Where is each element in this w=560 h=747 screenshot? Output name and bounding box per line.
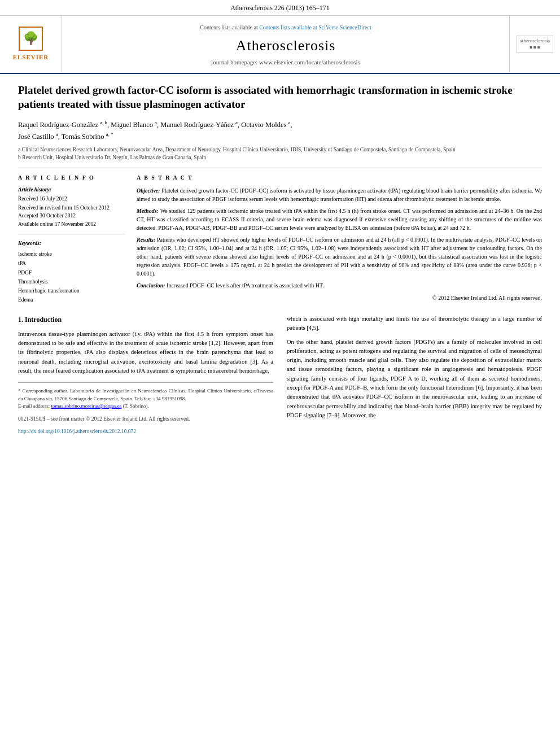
atherosclerosis-logo-icon: atherosclerosis ■ ■ ■ [517,36,553,53]
doi-link[interactable]: http://dx.doi.org/10.1016/j.atherosclero… [18,429,136,434]
email-link[interactable]: tomas.sobrino.moreiras@sergas.es [51,403,121,409]
introduction-columns: 1. Introduction Intravenous tissue-type … [18,314,542,435]
footnote-star: * Corresponding author. Laboratorio de I… [18,387,273,403]
journal-right-logo: atherosclerosis ■ ■ ■ [509,16,560,73]
journal-url: journal homepage: www.elsevier.com/locat… [211,58,360,67]
copyright-line: © 2012 Elsevier Ireland Ltd. All rights … [137,294,542,302]
info-divider [18,234,125,234]
abstract-conclusion: Conclusion: Increased PDGF–CC levels aft… [137,281,542,290]
author-list: Raquel Rodríguez-González a, b, Miguel B… [18,121,292,141]
keywords-label: Keywords: [18,240,125,247]
keyword-3: PDGF [18,268,125,277]
keyword-5: Hemorrhagic transformation [18,286,125,295]
results-text: Patients who developed HT showed only hi… [137,237,542,277]
received-date: Received 16 July 2012 [18,195,125,203]
journal-reference: Atherosclerosis 226 (2013) 165–171 [230,4,330,12]
sciverse-link[interactable]: Contents lists available at SciVerse Sci… [259,24,371,30]
section-title-text: Introduction [25,316,62,324]
affiliation-a: a Clinical Neurosciences Research Labora… [18,146,542,154]
issn-text: 0021-9150/$ – see front matter © 2012 El… [18,416,190,422]
body-section: 1. Introduction Intravenous tissue-type … [18,314,542,435]
contents-note: Contents lists available at Contents lis… [200,21,371,33]
abstract-body: Objective: Platelet derived growth facto… [137,186,542,302]
body-col-left: 1. Introduction Intravenous tissue-type … [18,314,273,435]
available-date: Available online 17 November 2012 [18,220,125,228]
affiliation-b: b Research Unit, Hospital Universitario … [18,154,542,161]
accepted-date: Accepted 30 October 2012 [18,212,125,220]
footnotes: * Corresponding author. Laboratorio de I… [18,382,273,435]
authors-line: Raquel Rodríguez-González a, b, Miguel B… [18,119,542,142]
methods-text: We studied 129 patients with ischemic st… [137,208,542,231]
doi-line: http://dx.doi.org/10.1016/j.atherosclero… [18,427,273,435]
intro-para-2: which is associated with high mortality … [287,314,542,333]
journal-center: Contents lists available at Contents lis… [62,16,509,73]
elsevier-logo: 🌳 ELSEVIER [0,16,62,73]
results-label: Results: [137,237,155,243]
abstract-methods: Methods: We studied 129 patients with is… [137,207,542,232]
journal-header: 🌳 ELSEVIER Contents lists available at C… [0,16,560,74]
article-history: Article history: Received 16 July 2012 R… [18,186,125,228]
objective-label: Objective: [137,187,160,194]
abstract-header: A B S T R A C T [137,174,542,182]
abstract-results: Results: Patients who developed HT showe… [137,235,542,278]
main-content: Platelet derived growth factor-CC isofor… [0,74,560,444]
keyword-6: Edema [18,295,125,304]
article-info-header: A R T I C L E I N F O [18,174,125,182]
affiliations: a Clinical Neurosciences Research Labora… [18,146,542,162]
methods-label: Methods: [137,208,159,214]
header-divider [18,168,542,168]
body-col-right: which is associated with high mortality … [287,314,542,435]
abstract-column: A B S T R A C T Objective: Platelet deri… [137,174,542,304]
received-revised-label: Received in revised form 15 October 2012 [18,204,125,212]
keywords-section: Keywords: Ischemic stroke tPA PDGF Throm… [18,240,125,304]
intro-section-title: 1. Introduction [18,314,273,325]
article-title: Platelet derived growth factor-CC isofor… [18,83,542,112]
intro-para-1: Intravenous tissue-type plasminogen acti… [18,330,273,375]
info-abstract-section: A R T I C L E I N F O Article history: R… [18,174,542,304]
footnote-email: E-mail address: tomas.sobrino.moreiras@s… [18,403,273,410]
conclusion-label: Conclusion: [137,282,165,289]
journal-title: Atherosclerosis [236,36,336,56]
conclusion-text: Increased PDGF–CC levels after tPA treat… [167,282,324,289]
section-number: 1. [18,316,23,324]
journal-reference-bar: Atherosclerosis 226 (2013) 165–171 [0,0,560,16]
elsevier-logo-box: 🌳 [19,27,43,51]
history-label: Article history: [18,186,125,194]
abstract-objective: Objective: Platelet derived growth facto… [137,186,542,203]
elsevier-tree-icon: 🌳 [23,30,38,47]
keyword-2: tPA [18,259,125,268]
intro-para-3: On the other hand, platelet derived grow… [287,338,542,420]
keyword-4: Thrombolysis [18,277,125,286]
objective-text: Platelet derived growth factor-CC (PDGF–… [137,187,542,202]
elsevier-text: ELSEVIER [13,53,49,62]
keyword-1: Ischemic stroke [18,250,125,259]
article-info-column: A R T I C L E I N F O Article history: R… [18,174,125,304]
issn-line: 0021-9150/$ – see front matter © 2012 El… [18,415,273,423]
